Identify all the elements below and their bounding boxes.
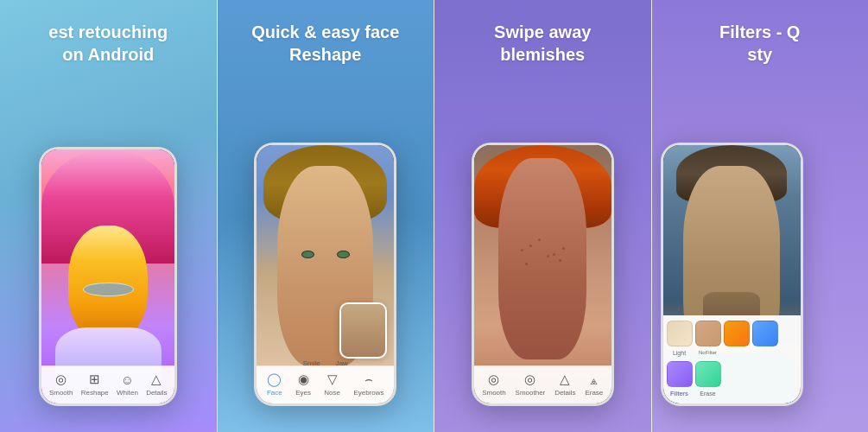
eyes-icon: ◉ xyxy=(298,372,309,387)
phone-mockup-4: Light NoFilter Filters Erase xyxy=(661,143,803,406)
filter-bar: Light NoFilter Filters Erase xyxy=(663,315,801,403)
filter-label-erase: Erase xyxy=(695,391,721,397)
eyes-decoration xyxy=(296,251,354,258)
panel-4-title: Filters - Q sty xyxy=(706,21,814,66)
toolbar-reshape[interactable]: ⊞ Reshape xyxy=(81,372,109,397)
filter-warm[interactable] xyxy=(724,321,750,346)
whiten-icon: ☺ xyxy=(121,372,134,387)
toolbar-nose[interactable]: ▽ Nose xyxy=(324,372,340,397)
toolbar-smooth[interactable]: ◎ Smooth xyxy=(49,372,73,397)
nose-icon: ▽ xyxy=(327,372,338,387)
smooth-3-icon: ◎ xyxy=(488,372,499,387)
freckle-3 xyxy=(553,253,555,256)
phone-toolbar-1: ◎ Smooth ⊞ Reshape ☺ Whiten △ Details xyxy=(41,365,174,403)
panel-1-title: est retouching on Android xyxy=(35,21,181,66)
face-shape xyxy=(68,226,148,340)
toolbar-smoother[interactable]: ◎ Smoother xyxy=(516,372,546,397)
phone-screen-3: ◎ Smooth ◎ Smoother △ Details ⟁ Erase xyxy=(474,145,611,403)
toolbar-details-3[interactable]: △ Details xyxy=(554,372,575,397)
filter-label-row: Light NoFilter xyxy=(667,350,797,356)
toolbar-face[interactable]: ◯ Face xyxy=(267,372,282,397)
toolbar-erase[interactable]: ⟁ Erase xyxy=(585,372,603,397)
phone-screen-2: Smile Jaw ◯ Face ◉ Eyes ▽ Nose ⌢ E xyxy=(257,145,394,403)
freckle-1 xyxy=(521,249,523,251)
phone-screen-1: ◎ Smooth ⊞ Reshape ☺ Whiten △ Details xyxy=(41,149,174,403)
filter-row-2 xyxy=(667,361,797,387)
filter-label-nofilter: NoFilter xyxy=(695,350,721,356)
glasses-decoration xyxy=(83,283,134,296)
filter-label-warm xyxy=(724,350,750,356)
filter-nofilter[interactable] xyxy=(695,321,721,346)
smooth-icon: ◎ xyxy=(55,372,67,387)
filter-row-thumbs xyxy=(667,321,797,346)
filter-light[interactable] xyxy=(667,321,693,346)
filter-erase-2[interactable] xyxy=(695,361,721,387)
toolbar-whiten[interactable]: ☺ Whiten xyxy=(117,372,138,397)
filter-label-cool xyxy=(752,350,778,356)
face-icon: ◯ xyxy=(267,372,282,387)
panel-3-title: Swipe away blemishes xyxy=(480,21,605,66)
freckle-5 xyxy=(525,263,528,265)
freckle-4 xyxy=(562,247,565,250)
filter-label-filters: Filters xyxy=(667,391,693,397)
toolbar-smooth-3[interactable]: ◎ Smooth xyxy=(482,372,506,397)
details-3-icon: △ xyxy=(560,372,570,387)
phone-toolbar-2: ◯ Face ◉ Eyes ▽ Nose ⌢ Eyebrows xyxy=(257,365,394,403)
right-eye xyxy=(337,251,350,258)
left-eye xyxy=(301,251,314,258)
panel-reshape: Quick & easy face Reshape Smile Jaw xyxy=(218,0,434,432)
filter-label-light: Light xyxy=(667,350,693,356)
freckle-2 xyxy=(529,245,532,247)
face-compare-thumb xyxy=(339,302,387,359)
freckle-6 xyxy=(559,259,561,262)
freckle-8 xyxy=(547,255,549,257)
panel-filters: Filters - Q sty Light NoFilter xyxy=(652,0,869,432)
filter-label-row-2: Filters Erase xyxy=(667,391,797,397)
panel-retouching: est retouching on Android ◎ Smooth ⊞ Res… xyxy=(0,0,217,432)
erase-icon: ⟁ xyxy=(590,372,598,387)
smoother-icon: ◎ xyxy=(524,372,535,387)
toolbar-eyes[interactable]: ◉ Eyes xyxy=(295,372,311,397)
eyebrows-icon: ⌢ xyxy=(364,372,373,387)
phone-mockup-3: ◎ Smooth ◎ Smoother △ Details ⟁ Erase xyxy=(472,143,614,406)
panel-blemishes: Swipe away blemishes ◎ Smooth xyxy=(434,0,651,432)
details-icon: △ xyxy=(151,372,162,387)
freckle-7 xyxy=(538,238,541,241)
phone-screen-4: Light NoFilter Filters Erase xyxy=(663,145,801,403)
filter-filters[interactable] xyxy=(667,361,693,387)
filter-cool[interactable] xyxy=(752,321,778,346)
phone-toolbar-3: ◎ Smooth ◎ Smoother △ Details ⟁ Erase xyxy=(474,365,611,403)
reshape-icon: ⊞ xyxy=(89,372,100,387)
toolbar-details[interactable]: △ Details xyxy=(146,372,167,397)
phone-mockup-1: ◎ Smooth ⊞ Reshape ☺ Whiten △ Details xyxy=(39,147,177,406)
face-oval-3 xyxy=(498,158,586,359)
phone-mockup-2: Smile Jaw ◯ Face ◉ Eyes ▽ Nose ⌢ E xyxy=(254,143,396,406)
panel-2-title: Quick & easy face Reshape xyxy=(238,21,413,66)
toolbar-eyebrows[interactable]: ⌢ Eyebrows xyxy=(353,372,383,397)
